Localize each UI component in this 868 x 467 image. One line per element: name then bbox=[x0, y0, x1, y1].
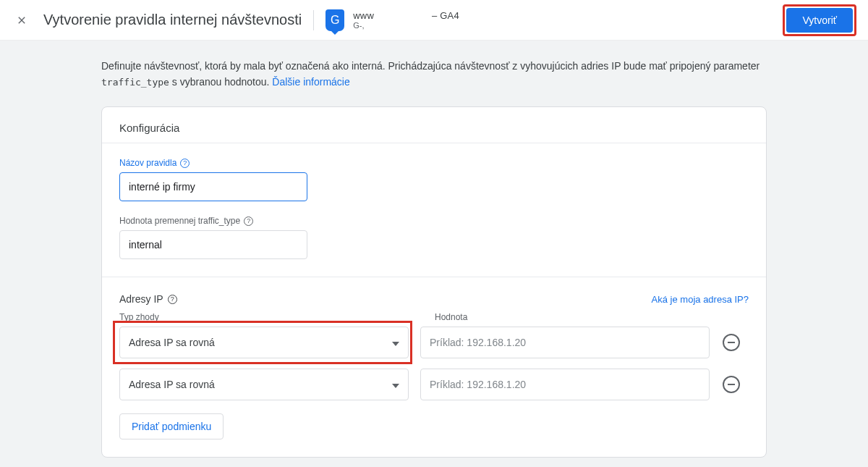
what-is-my-ip-link[interactable]: Aká je moja adresa IP? bbox=[652, 294, 749, 305]
help-icon[interactable]: ? bbox=[244, 216, 253, 226]
analytics-tag-icon: G bbox=[326, 9, 344, 31]
intro-text: Definujte návštevnosť, ktorá by mala byť… bbox=[101, 58, 767, 91]
traffic-type-input[interactable] bbox=[119, 230, 307, 259]
divider bbox=[102, 277, 766, 277]
traffic-type-label: Hodnota premennej traffic_type ? bbox=[119, 216, 749, 226]
remove-condition-icon[interactable] bbox=[723, 376, 740, 393]
close-icon[interactable] bbox=[12, 10, 32, 30]
remove-condition-icon[interactable] bbox=[723, 334, 740, 351]
ip-section-title: Adresy IP ? bbox=[119, 293, 177, 305]
property-name: www – GA4 bbox=[353, 10, 459, 21]
add-condition-button[interactable]: Pridať podmienku bbox=[119, 413, 224, 439]
create-button[interactable]: Vytvoriť bbox=[786, 8, 853, 33]
property-id: G-, bbox=[353, 21, 459, 30]
rule-name-input[interactable] bbox=[119, 172, 307, 201]
divider bbox=[102, 143, 766, 143]
match-type-select[interactable]: Adresa IP sa rovná bbox=[119, 369, 409, 400]
rule-name-label: Názov pravidla ? bbox=[119, 158, 749, 168]
card-title: Konfigurácia bbox=[119, 122, 749, 134]
property-info: www – GA4 G-, bbox=[353, 10, 459, 30]
learn-more-link[interactable]: Ďalšie informácie bbox=[272, 76, 349, 88]
page-title: Vytvorenie pravidla internej návštevnost… bbox=[43, 12, 302, 28]
configuration-card: Konfigurácia Názov pravidla ? Hodnota pr… bbox=[101, 106, 767, 458]
value-column-label: Hodnota bbox=[435, 312, 739, 322]
code-traffic-type: traffic_type bbox=[101, 77, 169, 88]
help-icon[interactable]: ? bbox=[168, 295, 177, 304]
ip-value-input[interactable] bbox=[420, 327, 710, 358]
chevron-down-icon bbox=[392, 337, 399, 348]
chevron-down-icon bbox=[392, 379, 399, 390]
help-icon[interactable]: ? bbox=[180, 159, 190, 168]
match-type-select[interactable]: Adresa IP sa rovná bbox=[119, 327, 409, 358]
vertical-divider bbox=[313, 10, 314, 30]
header: Vytvorenie pravidla internej návštevnost… bbox=[0, 0, 868, 41]
condition-row: Adresa IP sa rovná bbox=[119, 369, 749, 400]
condition-row: Adresa IP sa rovná bbox=[119, 327, 749, 358]
match-type-column-label: Typ zhody bbox=[119, 312, 423, 322]
create-button-highlight: Vytvoriť bbox=[783, 4, 856, 36]
ip-value-input[interactable] bbox=[420, 369, 710, 400]
